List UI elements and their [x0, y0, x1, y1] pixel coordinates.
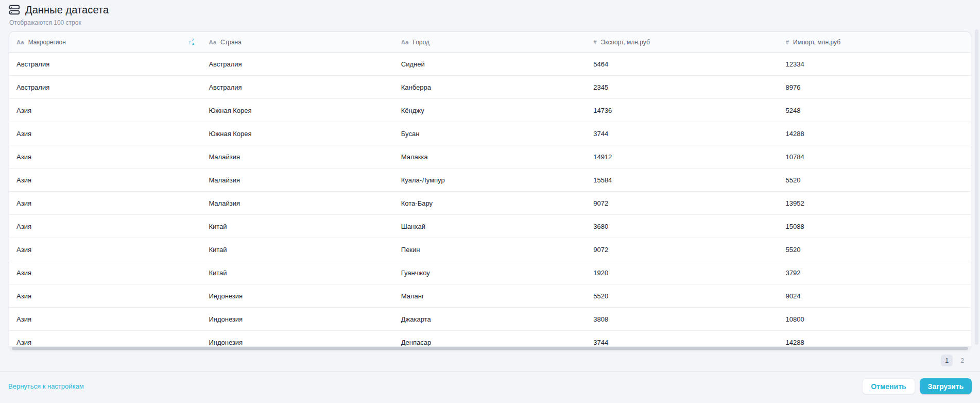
cell-city: Джакарта: [394, 308, 586, 330]
table-row: АзияКитайШанхай368015088: [9, 215, 971, 238]
cancel-button[interactable]: Отменить: [862, 378, 915, 394]
cell-import: 9024: [779, 284, 971, 307]
dataset-preview-page: Данные датасета Отображаются 100 строк A…: [0, 0, 980, 366]
cell-city: Кота-Бару: [394, 192, 586, 214]
cell-city: Гуанчжоу: [394, 261, 586, 284]
table-row: АзияЮжная КореяБусан374414288: [9, 122, 971, 145]
table-row: АзияМалайзияМалакка1491210784: [9, 145, 971, 169]
footer-bar: Вернуться к настройкам Отменить Загрузит…: [0, 371, 980, 403]
table-row: АзияКитайГуанчжоу19203792: [9, 261, 971, 284]
cell-export: 1920: [586, 261, 778, 284]
cell-macroregion: Азия: [9, 145, 201, 168]
table-row: АзияМалайзияКота-Бару907213952: [9, 192, 971, 215]
horizontal-scrollbar-track: [9, 346, 971, 350]
cell-import: 10784: [779, 145, 971, 168]
cell-macroregion: Азия: [9, 238, 201, 261]
number-type-icon: #: [786, 39, 789, 45]
cell-import: 15088: [779, 215, 971, 238]
table-body: АвстралияАвстралияСидней546412334Австрал…: [9, 53, 971, 351]
table-row: АзияМалайзияКуала-Лумпур155845520: [9, 169, 971, 192]
cell-country: Индонезия: [201, 284, 393, 307]
table-row: АзияИндонезияМаланг55209024: [9, 284, 971, 308]
cell-export: 9072: [586, 192, 778, 214]
cell-export: 14912: [586, 145, 778, 168]
column-label: Город: [413, 39, 429, 46]
column-label: Импорт, млн,руб: [793, 39, 840, 46]
column-header-country[interactable]: AaСтрана: [201, 32, 393, 52]
cell-export: 15584: [586, 169, 778, 191]
text-type-icon: Aa: [401, 39, 409, 45]
cell-country: Китай: [201, 261, 393, 284]
table-row: АзияИндонезияДжакарта380810800: [9, 308, 971, 331]
page-button-2[interactable]: 2: [956, 355, 968, 366]
cell-country: Южная Корея: [201, 99, 393, 122]
cell-macroregion: Азия: [9, 261, 201, 284]
column-header-import[interactable]: #Импорт, млн,руб: [779, 32, 971, 52]
data-table: AaМакрорегион↑ZAAaСтранаAaГород#Экспорт,…: [9, 31, 971, 351]
text-type-icon: Aa: [209, 39, 216, 45]
cell-country: Китай: [201, 238, 393, 261]
cell-export: 3744: [586, 122, 778, 145]
cell-city: Маланг: [394, 284, 586, 307]
cell-import: 8976: [779, 76, 971, 98]
horizontal-scrollbar-thumb[interactable]: [12, 347, 968, 350]
sort-az-icon[interactable]: ↑ZA: [188, 38, 194, 45]
cell-country: Индонезия: [201, 308, 393, 330]
cell-import: 5248: [779, 99, 971, 122]
cell-macroregion: Азия: [9, 215, 201, 238]
cell-country: Южная Корея: [201, 122, 393, 145]
column-header-city[interactable]: AaГород: [394, 32, 586, 52]
cell-import: 14288: [779, 122, 971, 145]
cell-macroregion: Азия: [9, 122, 201, 145]
cell-city: Куала-Лумпур: [394, 169, 586, 191]
cell-city: Бусан: [394, 122, 586, 145]
cell-macroregion: Азия: [9, 308, 201, 330]
cell-macroregion: Азия: [9, 192, 201, 214]
vertical-scrollbar[interactable]: [975, 29, 978, 345]
page-title: Данные датасета: [25, 4, 109, 16]
cell-city: Шанхай: [394, 215, 586, 238]
number-type-icon: #: [593, 39, 596, 45]
column-label: Макрорегион: [28, 39, 66, 46]
cell-import: 13952: [779, 192, 971, 214]
cell-export: 5464: [586, 53, 778, 75]
cell-export: 3680: [586, 215, 778, 238]
cell-country: Малайзия: [201, 192, 393, 214]
cell-import: 5520: [779, 169, 971, 191]
rows-count-caption: Отображаются 100 строк: [9, 19, 971, 26]
table-row: АвстралияАвстралияКанберра23458976: [9, 76, 971, 99]
footer-buttons: Отменить Загрузить: [862, 378, 972, 394]
cell-country: Австралия: [201, 76, 393, 98]
table-row: АзияКитайПекин90725520: [9, 238, 971, 261]
cell-export: 5520: [586, 284, 778, 307]
cell-macroregion: Австралия: [9, 53, 201, 75]
cell-country: Малайзия: [201, 169, 393, 191]
table-row: АвстралияАвстралияСидней546412334: [9, 53, 971, 76]
cell-import: 3792: [779, 261, 971, 284]
submit-button[interactable]: Загрузить: [920, 378, 972, 394]
cell-export: 3808: [586, 308, 778, 330]
column-header-export[interactable]: #Экспорт, млн.руб: [586, 32, 778, 52]
cell-import: 10800: [779, 308, 971, 330]
cell-city: Малакка: [394, 145, 586, 168]
cell-macroregion: Азия: [9, 284, 201, 307]
cell-macroregion: Азия: [9, 99, 201, 122]
table-header-row: AaМакрорегион↑ZAAaСтранаAaГород#Экспорт,…: [9, 32, 971, 53]
cell-country: Китай: [201, 215, 393, 238]
cell-city: Пекин: [394, 238, 586, 261]
cell-city: Кёнджу: [394, 99, 586, 122]
page-header: Данные датасета: [9, 3, 971, 16]
pagination: 12: [9, 355, 971, 366]
cell-export: 14736: [586, 99, 778, 122]
dataset-icon: [9, 4, 20, 15]
column-label: Страна: [220, 39, 242, 46]
sort-letters: ZA: [192, 38, 195, 45]
cell-macroregion: Азия: [9, 169, 201, 191]
page-button-1[interactable]: 1: [941, 355, 953, 366]
column-header-macroregion[interactable]: AaМакрорегион↑ZA: [9, 32, 201, 52]
text-type-icon: Aa: [16, 39, 24, 45]
column-label: Экспорт, млн.руб: [601, 39, 650, 46]
cell-import: 5520: [779, 238, 971, 261]
back-to-settings-link[interactable]: Вернуться к настройкам: [8, 382, 84, 390]
cell-city: Сидней: [394, 53, 586, 75]
